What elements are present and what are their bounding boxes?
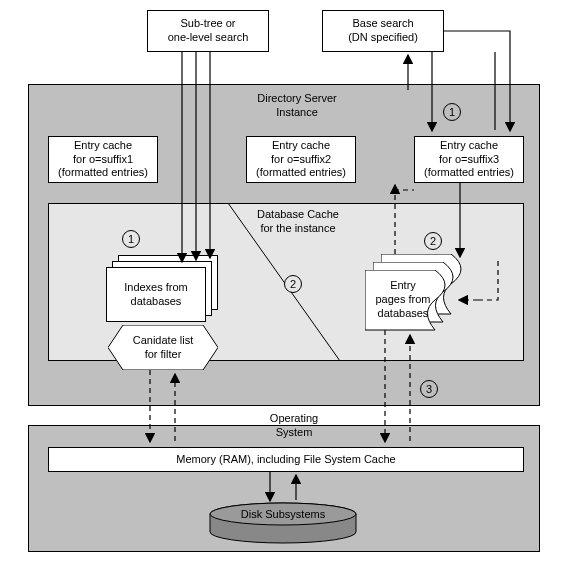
step-3: 3 [420, 380, 438, 398]
db-cache-title: Database Cache for the instance [238, 208, 358, 236]
base-search-box: Base search (DN specified) [322, 10, 444, 52]
os-title: Operating System [258, 412, 330, 440]
step-1-db: 1 [122, 230, 140, 248]
indexes-box: Indexes from databases [106, 267, 206, 322]
entry-pages-label: Entry pages from databases [370, 279, 436, 320]
entry-cache-2: Entry cache for o=suffix2 (formatted ent… [246, 136, 356, 183]
disk-subsystems: Disk Subsystems [208, 502, 358, 544]
step-2-right: 2 [424, 232, 442, 250]
entry-cache-3: Entry cache for o=suffix3 (formatted ent… [414, 136, 524, 183]
entry-cache-1: Entry cache for o=suffix1 (formatted ent… [48, 136, 158, 183]
candidate-hexagon: Canidate list for filter [108, 325, 218, 370]
subtree-search-label: Sub-tree or one-level search [152, 17, 264, 45]
entry-cache-3-label: Entry cache for o=suffix3 (formatted ent… [419, 139, 519, 180]
indexes-label: Indexes from databases [111, 281, 201, 309]
entry-cache-2-label: Entry cache for o=suffix2 (formatted ent… [251, 139, 351, 180]
step-2-center: 2 [284, 275, 302, 293]
disk-label: Disk Subsystems [208, 508, 358, 522]
step-1-top-right: 1 [443, 103, 461, 121]
base-search-label: Base search (DN specified) [327, 17, 439, 45]
ram-label: Memory (RAM), including File System Cach… [53, 453, 519, 467]
candidate-label: Canidate list for filter [133, 334, 194, 362]
ram-box: Memory (RAM), including File System Cach… [48, 447, 524, 472]
ds-instance-title: Directory Server Instance [232, 92, 362, 120]
subtree-search-box: Sub-tree or one-level search [147, 10, 269, 52]
entry-cache-1-label: Entry cache for o=suffix1 (formatted ent… [53, 139, 153, 180]
